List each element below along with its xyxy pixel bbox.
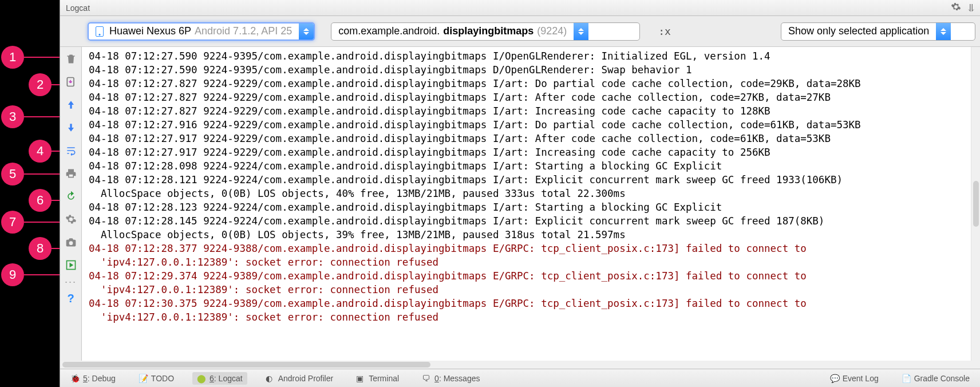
- regex-toggle[interactable]: :x: [656, 25, 673, 37]
- process-package: com.example.android.: [338, 25, 440, 37]
- log-line: 04-18 07:12:27.590 9224-9395/com.example…: [89, 63, 970, 77]
- log-line: 'ipv4:127.0.0.1:12389': socket error: co…: [89, 283, 970, 297]
- todo-icon: 📝: [139, 374, 148, 383]
- callout-6: 6: [29, 189, 60, 212]
- log-line: 04-18 07:12:27.827 9224-9229/com.example…: [89, 77, 970, 90]
- tab-gradle-console[interactable]: 📄 Gradle Console: [897, 372, 974, 385]
- log-line: 04-18 07:12:27.917 9224-9229/com.example…: [89, 132, 970, 145]
- filter-scope-selector[interactable]: Show only selected application: [781, 22, 975, 41]
- log-line: 04-18 07:12:30.375 9224-9389/com.example…: [89, 297, 970, 310]
- callout-7: 7: [1, 211, 60, 234]
- tab-event-log[interactable]: 💬 Event Log: [825, 372, 883, 385]
- gear-icon[interactable]: [951, 2, 961, 14]
- log-line: 04-18 07:12:28.123 9224-9224/com.example…: [89, 200, 970, 214]
- gauge-icon: ◐: [266, 374, 275, 383]
- process-selector[interactable]: com.example.android.displayingbitmaps (9…: [331, 22, 640, 41]
- filter-scope-label: Show only selected application: [788, 25, 929, 37]
- log-line: 04-18 07:12:28.377 9224-9388/com.example…: [89, 242, 970, 255]
- hide-icon[interactable]: ⥥: [967, 2, 975, 14]
- log-line: 04-18 07:12:27.827 9224-9229/com.example…: [89, 104, 970, 118]
- down-stack-button[interactable]: [62, 119, 80, 136]
- log-line: 'ipv4:127.0.0.1:12389': socket error: co…: [89, 255, 970, 269]
- panel-title-bar: Logcat ⥥: [60, 0, 980, 16]
- chevron-updown-icon: [936, 23, 951, 40]
- vertical-scrollbar[interactable]: [971, 47, 980, 361]
- panel-title: Logcat: [66, 3, 90, 13]
- print-button[interactable]: [62, 165, 80, 182]
- android-icon: ⬤: [197, 374, 206, 383]
- annotation-callouts: 123456789: [0, 0, 60, 387]
- log-line: 04-18 07:12:27.916 9224-9229/com.example…: [89, 118, 970, 132]
- tab-debug[interactable]: 🐞 5: Debug: [66, 372, 120, 385]
- callout-4: 4: [29, 140, 60, 163]
- tab-logcat[interactable]: ⬤ 6: Logcat: [192, 372, 247, 385]
- help-button[interactable]: ?: [62, 290, 80, 307]
- toolbar-overflow[interactable]: ···: [65, 279, 77, 284]
- clear-log-button[interactable]: [62, 50, 80, 68]
- process-app: displayingbitmaps: [443, 25, 534, 37]
- device-selector[interactable]: Huawei Nexus 6P Android 7.1.2, API 25: [88, 22, 315, 41]
- soft-wrap-button[interactable]: [62, 142, 80, 159]
- callout-8: 8: [29, 237, 60, 260]
- device-subtitle: Android 7.1.2, API 25: [195, 25, 292, 37]
- up-stack-button[interactable]: [62, 96, 80, 113]
- log-line: 04-18 07:12:28.121 9224-9224/com.example…: [89, 173, 970, 187]
- tab-android-profiler[interactable]: ◐ Android Profiler: [261, 372, 338, 385]
- log-line: 04-18 07:12:28.145 9224-9224/com.example…: [89, 214, 970, 228]
- chevron-updown-icon: [299, 23, 314, 40]
- log-output[interactable]: 04-18 07:12:27.590 9224-9395/com.example…: [82, 47, 971, 361]
- callout-9: 9: [1, 263, 60, 286]
- tab-messages[interactable]: 🗨 0: Messages: [417, 372, 484, 385]
- callout-5: 5: [1, 163, 60, 185]
- horizontal-scrollbar[interactable]: [60, 361, 980, 369]
- gradle-icon: 📄: [902, 374, 911, 383]
- phone-icon: [96, 26, 104, 37]
- tab-todo[interactable]: 📝 TODO: [134, 372, 179, 385]
- callout-1: 1: [1, 46, 60, 69]
- callout-3: 3: [1, 105, 60, 128]
- messages-icon: 🗨: [422, 374, 431, 383]
- chevron-updown-icon: [574, 23, 588, 40]
- screenshot-button[interactable]: [62, 234, 80, 251]
- terminal-icon: ▣: [356, 374, 365, 383]
- filter-bar: Huawei Nexus 6P Android 7.1.2, API 25 co…: [60, 16, 980, 47]
- speech-icon: 💬: [830, 374, 839, 383]
- log-line: 04-18 07:12:29.374 9224-9389/com.example…: [89, 269, 970, 283]
- scroll-to-end-button[interactable]: [62, 73, 80, 90]
- log-line: 04-18 07:12:27.590 9224-9395/com.example…: [89, 49, 970, 63]
- log-line: 'ipv4:127.0.0.1:12389': socket error: co…: [89, 310, 970, 324]
- logcat-panel: Logcat ⥥ Huawei Nexus 6P Android 7.1.2, …: [60, 0, 980, 387]
- log-line: 04-18 07:12:28.098 9224-9224/com.example…: [89, 159, 970, 173]
- log-line: AllocSpace objects, 0(0B) LOS objects, 3…: [89, 228, 970, 242]
- tab-terminal[interactable]: ▣ Terminal: [351, 372, 404, 385]
- process-pid: (9224): [537, 25, 567, 37]
- screen-record-button[interactable]: [62, 256, 80, 274]
- log-line: AllocSpace objects, 0(0B) LOS objects, 4…: [89, 187, 970, 200]
- log-line: 04-18 07:12:27.827 9224-9229/com.example…: [89, 90, 970, 104]
- settings-button[interactable]: [62, 211, 80, 228]
- log-line: 04-18 07:12:27.917 9224-9229/com.example…: [89, 145, 970, 159]
- bug-icon: 🐞: [70, 374, 80, 383]
- callout-2: 2: [29, 73, 60, 96]
- bottom-tool-tabs: 🐞 5: Debug 📝 TODO ⬤ 6: Logcat ◐ Android …: [60, 369, 980, 387]
- device-name: Huawei Nexus 6P: [109, 25, 191, 37]
- restart-button[interactable]: [62, 188, 80, 205]
- logcat-toolbar: ··· ?: [60, 47, 82, 361]
